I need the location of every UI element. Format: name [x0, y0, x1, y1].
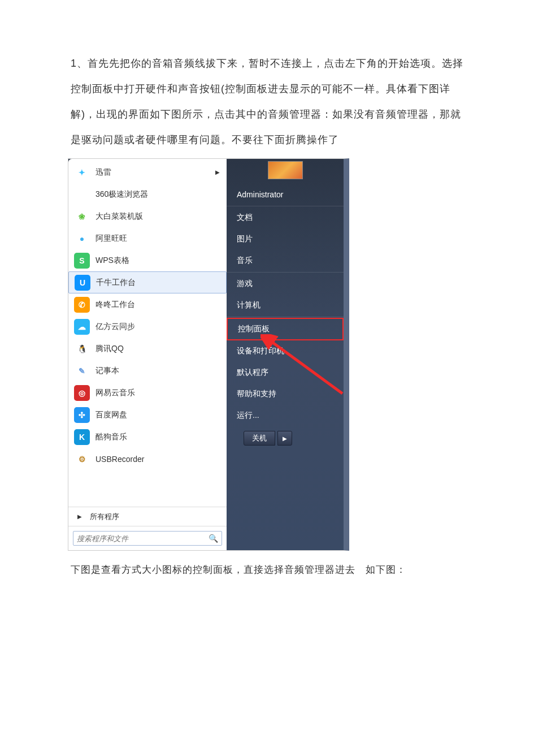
- triangle-icon: ▶: [77, 513, 82, 520]
- right-menu-item[interactable]: 游戏: [227, 273, 344, 295]
- app-list: ✦迅雷▶✿360极速浏览器❀大白菜装机版●阿里旺旺SWPS表格U千牛工作台✆咚咚…: [68, 159, 227, 507]
- right-menu-item[interactable]: 音乐: [227, 250, 344, 271]
- all-programs[interactable]: ▶ 所有程序: [68, 507, 227, 526]
- app-icon: ✦: [74, 165, 90, 180]
- app-icon: S: [74, 253, 90, 269]
- app-label: 百度网盘: [95, 410, 127, 420]
- app-label: 360极速浏览器: [95, 189, 148, 200]
- right-menu-item[interactable]: 计算机: [227, 295, 344, 316]
- app-icon: ✆: [74, 297, 90, 313]
- app-label: 亿方云同步: [95, 322, 135, 332]
- app-label: 腾讯QQ: [95, 344, 124, 354]
- app-icon: ⚙: [74, 451, 90, 467]
- app-label: 酷狗音乐: [95, 432, 127, 442]
- app-icon: ☁: [74, 319, 90, 335]
- right-menu-item[interactable]: 运行...: [227, 405, 344, 426]
- app-icon: ◎: [74, 385, 90, 401]
- start-menu-left: ✦迅雷▶✿360极速浏览器❀大白菜装机版●阿里旺旺SWPS表格U千牛工作台✆咚咚…: [68, 159, 227, 550]
- app-icon: ❀: [74, 209, 90, 224]
- app-item[interactable]: SWPS表格: [68, 249, 227, 271]
- shutdown-button[interactable]: 关机: [244, 431, 275, 446]
- app-item[interactable]: ❀大白菜装机版: [68, 205, 227, 227]
- app-item[interactable]: U千牛工作台: [68, 271, 227, 293]
- app-item[interactable]: K酷狗音乐: [68, 426, 227, 448]
- app-item[interactable]: ✦迅雷▶: [68, 161, 227, 183]
- instruction-paragraph: 1、首先先把你的音箱音频线拔下来，暂时不连接上，点击左下角的开始选项。选择控制面…: [0, 51, 534, 153]
- search-row: 🔍: [68, 526, 227, 550]
- right-menu-item[interactable]: 图片: [227, 228, 344, 250]
- search-icon: 🔍: [209, 534, 218, 543]
- app-label: 记事本: [95, 366, 119, 376]
- app-item[interactable]: ✆咚咚工作台: [68, 293, 227, 316]
- app-icon: K: [74, 429, 90, 445]
- app-item[interactable]: ●阿里旺旺: [68, 227, 227, 249]
- app-label: WPS表格: [95, 256, 129, 266]
- user-name[interactable]: Administrator: [227, 184, 344, 205]
- shutdown-row: 关机 ▶: [227, 426, 344, 450]
- right-menu-item[interactable]: 帮助和支持: [227, 383, 344, 405]
- app-label: 千牛工作台: [96, 278, 136, 288]
- app-label: USBRecorder: [95, 455, 144, 464]
- right-menu-item[interactable]: 设备和打印机: [227, 340, 344, 362]
- app-label: 阿里旺旺: [95, 234, 127, 244]
- right-menu-item[interactable]: 默认程序: [227, 362, 344, 383]
- caption-text: 下图是查看方式大小图标的控制面板，直接选择音频管理器进去 如下图：: [0, 556, 534, 576]
- start-menu-screenshot: ✦迅雷▶✿360极速浏览器❀大白菜装机版●阿里旺旺SWPS表格U千牛工作台✆咚咚…: [68, 158, 349, 551]
- search-box[interactable]: 🔍: [73, 531, 222, 546]
- app-item[interactable]: ✣百度网盘: [68, 404, 227, 426]
- submenu-arrow-icon: ▶: [215, 169, 220, 175]
- right-menu-item[interactable]: 文档: [227, 207, 344, 228]
- app-label: 大白菜装机版: [95, 211, 143, 222]
- app-item[interactable]: ⚙USBRecorder: [68, 448, 227, 470]
- app-icon: ✎: [74, 363, 90, 379]
- app-item[interactable]: 🐧腾讯QQ: [68, 338, 227, 360]
- app-icon: ✿: [74, 187, 90, 202]
- control-panel-item[interactable]: 控制面板: [227, 318, 344, 340]
- app-icon: ✣: [74, 407, 90, 423]
- app-item[interactable]: ◎网易云音乐: [68, 382, 227, 404]
- app-item[interactable]: ✿360极速浏览器: [68, 183, 227, 205]
- app-icon: 🐧: [74, 341, 90, 357]
- app-label: 迅雷: [95, 167, 111, 178]
- shutdown-options-button[interactable]: ▶: [277, 431, 292, 446]
- user-avatar[interactable]: [268, 161, 303, 179]
- search-input[interactable]: [77, 534, 209, 543]
- start-menu-right: Administrator 文档图片音乐 游戏计算机 控制面板 设备和打印机默认…: [227, 159, 344, 550]
- all-programs-label: 所有程序: [90, 512, 119, 522]
- app-icon: ●: [74, 231, 90, 247]
- app-label: 网易云音乐: [95, 388, 135, 398]
- app-label: 咚咚工作台: [95, 300, 135, 310]
- app-item[interactable]: ☁亿方云同步: [68, 316, 227, 338]
- app-icon: U: [75, 275, 90, 291]
- app-item[interactable]: ✎记事本: [68, 360, 227, 382]
